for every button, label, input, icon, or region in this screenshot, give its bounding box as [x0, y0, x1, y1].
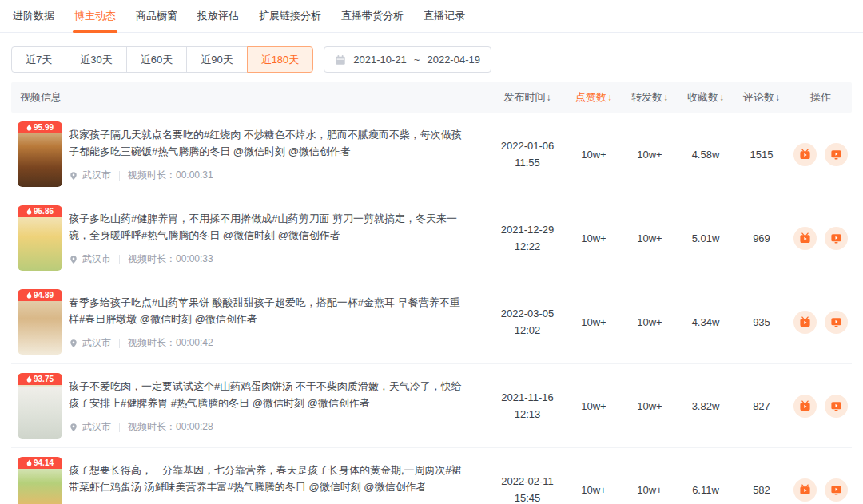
tv-play-icon [799, 400, 811, 412]
video-info-cell: 94.14 孩子想要长得高，三分靠基因，七分靠营养，春天是孩子长身体的黄金期,一… [11, 457, 489, 504]
time-range-button[interactable]: 近30天 [66, 46, 126, 73]
video-play-button[interactable] [793, 395, 817, 418]
video-info-cell: 94.89 春季多给孩子吃点#山药苹果饼 酸酸甜甜孩子超爱吃，搭配一杯#金燕耳 … [11, 289, 489, 355]
flame-icon [26, 459, 32, 466]
column-label: 评论数 [743, 91, 774, 103]
column-label: 转发数 [631, 91, 662, 103]
video-thumbnail[interactable]: 94.89 [18, 289, 62, 355]
video-title[interactable]: 孩子想要长得高，三分靠基因，七分靠营养，春天是孩子长身体的黄金期,一周两次#裙带… [69, 462, 467, 495]
time-range-button[interactable]: 近90天 [186, 46, 247, 73]
nav-tab[interactable]: 投放评估 [196, 0, 241, 32]
video-row: 93.75 孩子不爱吃肉，一定要试试这个#山药鸡蛋肉饼汤 不干不柴肉质滑嫩，天气… [11, 364, 852, 448]
date-range-picker[interactable]: 2021-10-21 ~ 2022-04-19 [324, 46, 491, 73]
column-header[interactable]: 操作↓ [789, 90, 852, 105]
publish-clock: 15:45 [489, 490, 566, 504]
nav-tab[interactable]: 博主动态 [73, 0, 117, 32]
monitor-play-button[interactable] [825, 227, 848, 250]
nav-tab[interactable]: 直播记录 [422, 0, 467, 32]
location-pin-icon [69, 171, 78, 181]
column-label: 点赞数 [575, 91, 606, 103]
monitor-play-button[interactable] [825, 478, 848, 502]
nav-tab[interactable]: 商品橱窗 [134, 0, 179, 32]
comments-count: 935 [734, 316, 789, 328]
video-title[interactable]: 我家孩子隔几天就点名要吃的#红烧肉 不炒糖色不焯水，肥而不腻瘦而不柴，每次做孩子… [69, 126, 467, 160]
favorites-count: 3.82w [678, 400, 734, 412]
video-title[interactable]: 春季多给孩子吃点#山药苹果饼 酸酸甜甜孩子超爱吃，搭配一杯#金燕耳 早餐营养不重… [69, 294, 467, 327]
publish-clock: 12:02 [489, 322, 566, 339]
video-play-button[interactable] [793, 311, 817, 334]
monitor-play-icon [830, 232, 842, 244]
actions-cell [789, 143, 852, 166]
column-header[interactable]: 点赞数↓ [566, 90, 622, 105]
score-badge: 94.14 [18, 457, 62, 469]
monitor-play-icon [830, 149, 842, 161]
nav-tab[interactable]: 进阶数据 [11, 0, 56, 32]
video-thumbnail[interactable]: 93.75 [18, 373, 62, 439]
publish-date: 2021-12-29 [489, 221, 566, 238]
score-value: 93.75 [34, 375, 54, 383]
column-header[interactable]: 视频信息↓ [11, 90, 489, 105]
table-header: 视频信息↓ 发布时间↓ 点赞数↓ 转发数↓ 收藏数↓ 评论数↓ 操作↓ [11, 82, 852, 113]
video-location: 武汉市 [82, 336, 111, 350]
video-thumbnail[interactable]: 95.99 [18, 121, 62, 187]
column-header[interactable]: 发布时间↓ [489, 90, 566, 105]
monitor-play-icon [830, 484, 842, 496]
publish-time-cell: 2021-12-29 12:22 [489, 221, 566, 255]
video-row: 95.86 孩子多吃山药#健脾养胃，不用揉不用擀做成#山药剪刀面 剪刀一剪就搞定… [11, 196, 852, 280]
monitor-play-button[interactable] [825, 143, 848, 166]
shares-count: 10w+ [622, 400, 678, 412]
video-duration: 视频时长：00:00:42 [128, 336, 213, 350]
nav-tab[interactable]: 直播带货分析 [340, 0, 405, 32]
video-meta: 武汉市 视频时长：00:00:28 [69, 420, 467, 434]
monitor-play-button[interactable] [825, 311, 848, 334]
actions-cell [789, 478, 852, 502]
comments-count: 827 [734, 400, 789, 412]
time-range-button[interactable]: 近60天 [126, 46, 187, 73]
comments-count: 969 [734, 232, 789, 244]
video-meta: 武汉市 视频时长：00:00:33 [69, 252, 467, 266]
publish-clock: 11:55 [489, 154, 566, 171]
likes-count: 10w+ [566, 316, 622, 328]
score-value: 94.14 [34, 458, 54, 467]
video-duration: 视频时长：00:00:33 [128, 252, 213, 266]
likes-count: 10w+ [566, 484, 622, 496]
tv-play-icon [799, 316, 811, 328]
filter-row: 近7天 近30天 近60天 近90天 近180天 2021-10-21 [11, 46, 852, 73]
column-header[interactable]: 转发数↓ [622, 90, 678, 105]
video-duration: 视频时长：00:00:31 [128, 169, 213, 182]
video-info-cell: 95.86 孩子多吃山药#健脾养胃，不用揉不用擀做成#山药剪刀面 剪刀一剪就搞定… [11, 205, 489, 271]
video-table-body: 95.99 我家孩子隔几天就点名要吃的#红烧肉 不炒糖色不焯水，肥而不腻瘦而不柴… [0, 113, 863, 504]
likes-count: 10w+ [566, 232, 622, 244]
time-range-button[interactable]: 近180天 [247, 46, 314, 73]
score-badge: 95.86 [18, 205, 62, 217]
video-thumbnail[interactable]: 95.86 [18, 205, 62, 271]
video-play-button[interactable] [793, 478, 817, 502]
video-text: 春季多给孩子吃点#山药苹果饼 酸酸甜甜孩子超爱吃，搭配一杯#金燕耳 早餐营养不重… [69, 294, 489, 350]
video-text: 孩子想要长得高，三分靠基因，七分靠营养，春天是孩子长身体的黄金期,一周两次#裙带… [69, 462, 489, 504]
video-location: 武汉市 [82, 252, 111, 266]
favorites-count: 6.11w [678, 484, 734, 496]
monitor-play-button[interactable] [825, 395, 848, 418]
video-play-button[interactable] [793, 227, 817, 250]
column-label: 视频信息 [20, 91, 62, 103]
comments-count: 1515 [734, 149, 789, 161]
video-title[interactable]: 孩子不爱吃肉，一定要试试这个#山药鸡蛋肉饼汤 不干不柴肉质滑嫩，天气冷了，快给孩… [69, 378, 467, 411]
location-pin-icon [69, 339, 78, 348]
calendar-icon [335, 54, 346, 65]
flame-icon [26, 124, 32, 131]
shares-count: 10w+ [622, 484, 678, 496]
nav-tab[interactable]: 扩展链接分析 [257, 0, 323, 32]
column-header[interactable]: 收藏数↓ [678, 90, 734, 105]
publish-time-cell: 2022-02-11 15:45 [489, 473, 566, 504]
time-range-button[interactable]: 近7天 [11, 46, 66, 73]
video-title[interactable]: 孩子多吃山药#健脾养胃，不用揉不用擀做成#山药剪刀面 剪刀一剪就搞定，冬天来一碗… [69, 210, 467, 244]
date-range-separator: ~ [414, 54, 420, 65]
video-play-button[interactable] [793, 143, 817, 166]
location-pin-icon [69, 255, 78, 264]
location-pin-icon [69, 423, 78, 432]
video-thumbnail[interactable]: 94.14 [18, 457, 62, 504]
sort-down-icon: ↓ [663, 92, 668, 103]
score-value: 95.99 [34, 123, 54, 132]
actions-cell [789, 227, 852, 250]
column-header[interactable]: 评论数↓ [734, 90, 789, 105]
